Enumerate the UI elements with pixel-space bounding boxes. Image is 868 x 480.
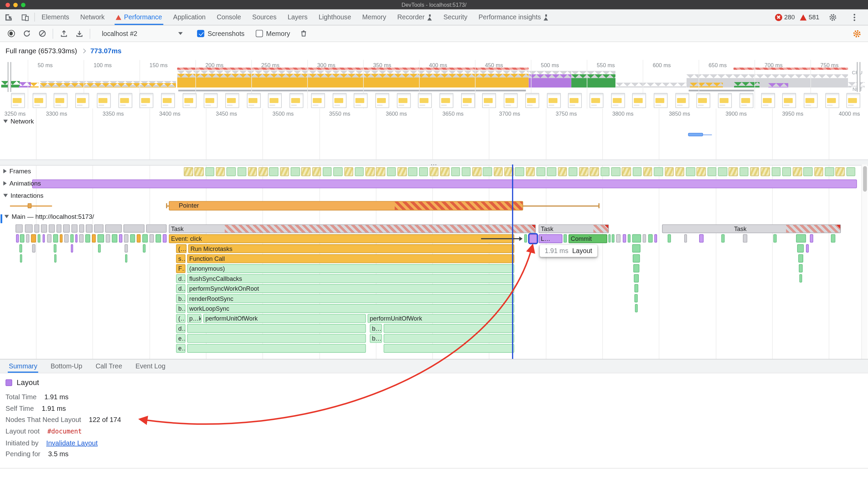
filmstrip-screenshot[interactable] xyxy=(761,93,775,108)
filmstrip-screenshot[interactable] xyxy=(354,93,368,108)
flame-mini-entry[interactable] xyxy=(643,234,646,243)
frame-block[interactable] xyxy=(707,167,716,176)
network-track-header[interactable]: Network xyxy=(3,118,34,125)
flame-mini-entry[interactable] xyxy=(47,234,52,243)
partially-presented-frame-block[interactable] xyxy=(216,167,225,176)
partially-presented-frame-block[interactable] xyxy=(259,167,268,176)
frame-block[interactable] xyxy=(483,167,492,176)
flame-mini-entry[interactable] xyxy=(648,234,653,243)
flame-entry[interactable] xyxy=(383,334,514,343)
flame-mini-entry[interactable] xyxy=(16,224,23,232)
record-button[interactable] xyxy=(3,26,19,41)
frame-block[interactable] xyxy=(771,167,781,176)
frame-block[interactable] xyxy=(291,167,300,176)
filmstrip-screenshot[interactable] xyxy=(397,93,411,108)
partially-presented-frame-block[interactable] xyxy=(729,167,738,176)
filmstrip-screenshot[interactable] xyxy=(247,93,261,108)
details-tab-event-log[interactable]: Event Log xyxy=(129,360,172,373)
tab-memory[interactable]: Memory xyxy=(357,9,392,25)
filmstrip-screenshot[interactable] xyxy=(311,93,325,108)
zoom-window-button[interactable] xyxy=(21,3,25,7)
details-tab-bottom-up[interactable]: Bottom-Up xyxy=(44,360,89,373)
flame-entry-commit[interactable]: Commit xyxy=(569,234,607,243)
filmstrip-screenshot[interactable] xyxy=(11,93,25,108)
flame-mini-entry[interactable] xyxy=(721,234,725,243)
flame-mini-entry[interactable] xyxy=(43,234,45,243)
tab-layers[interactable]: Layers xyxy=(282,9,313,25)
inspect-element-icon[interactable] xyxy=(0,9,17,25)
partially-presented-frame-block[interactable] xyxy=(472,167,481,176)
flame-entry-performsyncworkonroot[interactable]: performSyncWorkOnRoot xyxy=(187,284,514,293)
partially-presented-frame-block[interactable] xyxy=(430,167,439,176)
flame-entry-l[interactable]: L… xyxy=(539,234,563,243)
filmstrip-screenshot[interactable] xyxy=(54,93,68,108)
frame-block[interactable] xyxy=(600,167,610,176)
partially-presented-frame-block[interactable] xyxy=(526,167,535,176)
filmstrip-screenshot[interactable] xyxy=(847,93,861,108)
flame-entry-renderrootsync[interactable]: renderRootSync xyxy=(187,294,514,303)
frame-block[interactable] xyxy=(611,167,620,176)
flame-mini-entry[interactable] xyxy=(150,234,154,243)
filmstrip-screenshot[interactable] xyxy=(590,93,604,108)
flame-mini-entry[interactable] xyxy=(684,234,687,243)
filmstrip-screenshot[interactable] xyxy=(182,93,196,108)
flame-mini-entry[interactable] xyxy=(79,224,84,232)
filmstrip-screenshot[interactable] xyxy=(697,93,711,108)
flame-mini-entry[interactable] xyxy=(634,294,638,302)
reload-and-record-button[interactable] xyxy=(19,26,35,41)
flame-entry-p-k[interactable]: p…k xyxy=(187,314,201,323)
flame-entry-b[interactable]: b… xyxy=(370,334,382,343)
capture-settings-gear-icon[interactable] xyxy=(849,26,865,41)
flame-entry-task[interactable]: Task xyxy=(169,224,536,233)
flame-mini-entry[interactable] xyxy=(156,234,161,243)
flame-entry-e[interactable]: e… xyxy=(176,334,185,343)
collect-garbage-icon[interactable] xyxy=(296,26,311,41)
filmstrip-screenshot[interactable] xyxy=(568,93,582,108)
flame-entry-run-microtasks[interactable]: Run Microtasks xyxy=(188,244,514,253)
partially-presented-frame-block[interactable] xyxy=(184,167,193,176)
partially-presented-frame-block[interactable] xyxy=(835,167,845,176)
frame-block[interactable] xyxy=(536,167,546,176)
flame-mini-entry[interactable] xyxy=(800,274,802,282)
tab-security[interactable]: Security xyxy=(438,9,473,25)
flame-entry-performunitofwork[interactable]: performUnitOfWork xyxy=(368,314,514,323)
partially-presented-frame-block[interactable] xyxy=(301,167,311,176)
flame-mini-entry[interactable] xyxy=(142,234,148,243)
flame-mini-entry[interactable] xyxy=(797,244,804,252)
flame-mini-entry[interactable] xyxy=(72,224,78,232)
flame-mini-entry[interactable] xyxy=(125,254,127,262)
scrollbar-thumb[interactable] xyxy=(863,166,867,192)
partially-presented-frame-block[interactable] xyxy=(814,167,823,176)
tab-performance[interactable]: Performance xyxy=(110,9,167,25)
frame-block[interactable] xyxy=(451,167,460,176)
partially-presented-frame-block[interactable] xyxy=(366,167,375,176)
overview-window-right-handle[interactable] xyxy=(857,62,860,92)
profile-select[interactable]: localhost #2 xyxy=(97,28,187,39)
filmstrip-screenshot[interactable] xyxy=(375,93,389,108)
frame-block[interactable] xyxy=(782,167,791,176)
flame-mini-entry[interactable] xyxy=(19,244,22,252)
flame-mini-entry[interactable] xyxy=(85,234,90,243)
flame-entry[interactable] xyxy=(383,344,514,353)
flame-entry-anonymous[interactable]: (anonymous) xyxy=(187,264,514,273)
flame-mini-entry[interactable] xyxy=(616,234,620,243)
partially-presented-frame-block[interactable] xyxy=(312,167,321,176)
tab-console[interactable]: Console xyxy=(211,9,247,25)
frame-block[interactable] xyxy=(739,167,749,176)
interaction-mini-bar[interactable] xyxy=(28,203,32,208)
flame-mini-entry[interactable] xyxy=(53,234,58,243)
flame-entry-function-call[interactable]: Function Call xyxy=(187,254,514,263)
partially-presented-frame-block[interactable] xyxy=(590,167,599,176)
flame-mini-entry[interactable] xyxy=(633,264,639,272)
memory-checkbox[interactable]: Memory xyxy=(256,30,290,37)
flame-entry-[interactable]: (… xyxy=(176,244,186,253)
filmstrip-screenshot[interactable] xyxy=(718,93,732,108)
filmstrip-screenshot[interactable] xyxy=(461,93,475,108)
flame-entry-e[interactable]: e… xyxy=(176,344,185,353)
screenshots-checkbox[interactable]: Screenshots xyxy=(197,30,244,37)
flame-entry[interactable] xyxy=(529,234,537,243)
partially-presented-frame-block[interactable] xyxy=(494,167,503,176)
flame-mini-entry[interactable] xyxy=(98,244,101,252)
partially-presented-frame-block[interactable] xyxy=(248,167,257,176)
flame-mini-entry[interactable] xyxy=(105,224,122,232)
